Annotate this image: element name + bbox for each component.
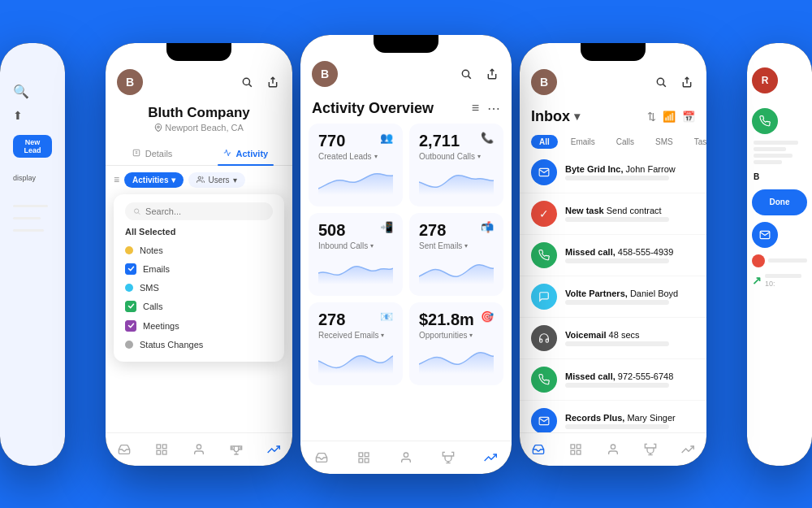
- activities-filter-button[interactable]: Activities ▾: [124, 172, 184, 188]
- svg-rect-11: [162, 445, 166, 449]
- meetings-label: Meetings: [143, 321, 179, 331]
- inbox-item-7-sub: [565, 424, 669, 429]
- more-icon[interactable]: ⋯: [487, 101, 500, 116]
- svg-rect-13: [157, 450, 161, 454]
- nav-person-icon-2[interactable]: [396, 448, 416, 467]
- share-icon-2[interactable]: [484, 66, 500, 82]
- search-input[interactable]: [145, 206, 265, 216]
- received-emails-chart: [318, 345, 393, 374]
- share-icon[interactable]: [265, 74, 281, 90]
- nav-inbox-icon-2[interactable]: [312, 448, 331, 467]
- inbox-item-6[interactable]: Missed call, 972-555-6748: [520, 359, 706, 401]
- users-filter-button[interactable]: Users ▾: [188, 172, 244, 188]
- status-label: Status Changes: [140, 340, 203, 350]
- tab-details[interactable]: Details: [106, 142, 199, 165]
- sort-icon[interactable]: ⇅: [647, 111, 656, 123]
- opportunities-chart: [419, 345, 494, 374]
- email-circle-icon[interactable]: [752, 222, 778, 248]
- filter-icon[interactable]: ≡: [114, 174, 119, 185]
- bottom-nav-3: [520, 432, 706, 466]
- chevron-down-icon[interactable]: ▾: [574, 110, 580, 123]
- dropdown-item-sms[interactable]: SMS: [125, 279, 273, 297]
- sent-emails-icon: 📬: [481, 221, 494, 233]
- bottom-nav-2: [300, 441, 512, 474]
- nav-trophy-icon-3[interactable]: [641, 440, 660, 459]
- chevron-down-icon: ▾: [374, 153, 378, 160]
- nav-grid-icon-2[interactable]: [354, 448, 374, 467]
- svg-point-7: [199, 176, 201, 179]
- filter-tab-tasks[interactable]: Tasks: [686, 135, 706, 149]
- inbox-item-2[interactable]: ✓ New task Send contract: [520, 193, 706, 235]
- svg-rect-12: [162, 450, 166, 454]
- nav-person-icon-3[interactable]: [603, 440, 623, 459]
- share-icon-3[interactable]: [679, 74, 695, 90]
- header-icons-2: [458, 66, 500, 82]
- avatar-image-2: B: [312, 61, 338, 87]
- filter-tab-all[interactable]: All: [531, 135, 558, 149]
- filter-tab-sms[interactable]: SMS: [647, 135, 681, 149]
- dropdown-item-notes[interactable]: Notes: [125, 241, 273, 259]
- svg-point-14: [197, 445, 201, 449]
- phone-right-partial: R B Done: [747, 43, 812, 466]
- nav-chart-icon-2[interactable]: [481, 448, 500, 467]
- new-lead-button[interactable]: New Lead: [13, 135, 52, 158]
- inbox-list: Byte Grid Inc, John Farrow ✓ New task Se…: [520, 152, 706, 432]
- nav-chart-icon[interactable]: [264, 440, 283, 459]
- inbox-item-4[interactable]: Volte Partners, Daniel Boyd: [520, 276, 706, 318]
- nav-person-icon[interactable]: [189, 440, 209, 459]
- inbox-item-3-name: Missed call, 458-555-4939: [565, 247, 695, 257]
- filter-lines-icon[interactable]: ≡: [472, 101, 479, 116]
- nav-grid-icon-3[interactable]: [566, 440, 585, 459]
- dropdown-item-calls[interactable]: Calls: [125, 297, 273, 316]
- inbox-item-7[interactable]: Records Plus, Mary Singer: [520, 401, 706, 432]
- notes-label: Notes: [140, 245, 163, 255]
- metric-card-created-leads: 770 👥 Created Leads ▾: [309, 124, 403, 206]
- metrics-grid: 770 👥 Created Leads ▾: [300, 124, 512, 385]
- dropdown-item-status[interactable]: Status Changes: [125, 336, 273, 354]
- nav-trophy-icon[interactable]: [227, 440, 246, 459]
- sent-emails-value: 278: [419, 221, 446, 240]
- activity-header: Activity Overview ≡ ⋯: [300, 93, 512, 124]
- inbox-header: Inbox ▾ ⇅ 📶 📅: [520, 102, 706, 132]
- nav-chart-icon-3[interactable]: [678, 440, 698, 459]
- calendar-icon[interactable]: 📅: [682, 111, 695, 123]
- svg-point-3: [158, 125, 160, 128]
- dropdown-item-meetings[interactable]: Meetings: [125, 316, 273, 336]
- nav-trophy-icon-2[interactable]: [438, 448, 458, 467]
- nav-inbox-icon[interactable]: [114, 440, 134, 459]
- search-icon-3[interactable]: [653, 74, 669, 90]
- inbox-filter-tabs: All Emails Calls SMS Tasks: [520, 132, 706, 152]
- inbox-item-3[interactable]: Missed call, 458-555-4939: [520, 235, 706, 276]
- svg-rect-26: [571, 445, 575, 449]
- bottom-nav-1: [106, 432, 292, 466]
- chevron-down-icon: ▾: [370, 242, 374, 250]
- emails-label: Emails: [143, 264, 170, 274]
- inbox-item-1[interactable]: Byte Grid Inc, John Farrow: [520, 152, 706, 193]
- inbox-item-5[interactable]: Voicemail 48 secs: [520, 318, 706, 359]
- filter-tab-emails[interactable]: Emails: [563, 135, 603, 149]
- search-icon[interactable]: [239, 74, 255, 90]
- inbox-item-6-content: Missed call, 972-555-6748: [565, 371, 695, 388]
- nav-grid-icon[interactable]: [152, 440, 171, 459]
- filter-tab-calls[interactable]: Calls: [608, 135, 642, 149]
- tab-activity[interactable]: Activity: [199, 142, 292, 165]
- dropdown-item-emails[interactable]: Emails: [125, 259, 273, 279]
- inbox-item-1-content: Byte Grid Inc, John Farrow: [565, 164, 695, 180]
- share-icon[interactable]: ⬆: [13, 109, 52, 122]
- inbound-calls-label: Inbound Calls ▾: [318, 241, 393, 250]
- all-selected-label: All Selected: [125, 227, 273, 237]
- company-name: Bluth Company: [106, 105, 292, 121]
- calls-checkbox[interactable]: [125, 301, 136, 312]
- inbox-item-4-avatar: [531, 284, 557, 310]
- search-icon-2[interactable]: [458, 66, 474, 82]
- meetings-checkbox[interactable]: [125, 320, 136, 332]
- search-box[interactable]: [125, 202, 273, 220]
- nav-inbox-icon-3[interactable]: [529, 440, 548, 459]
- done-button[interactable]: Done: [752, 189, 807, 215]
- sms-label: SMS: [140, 283, 159, 293]
- emails-checkbox[interactable]: [125, 263, 136, 275]
- search-icon[interactable]: 🔍: [13, 84, 52, 99]
- call-circle-icon[interactable]: [752, 108, 778, 134]
- inbox-item-7-content: Records Plus, Mary Singer: [565, 413, 695, 429]
- svg-point-0: [243, 78, 249, 85]
